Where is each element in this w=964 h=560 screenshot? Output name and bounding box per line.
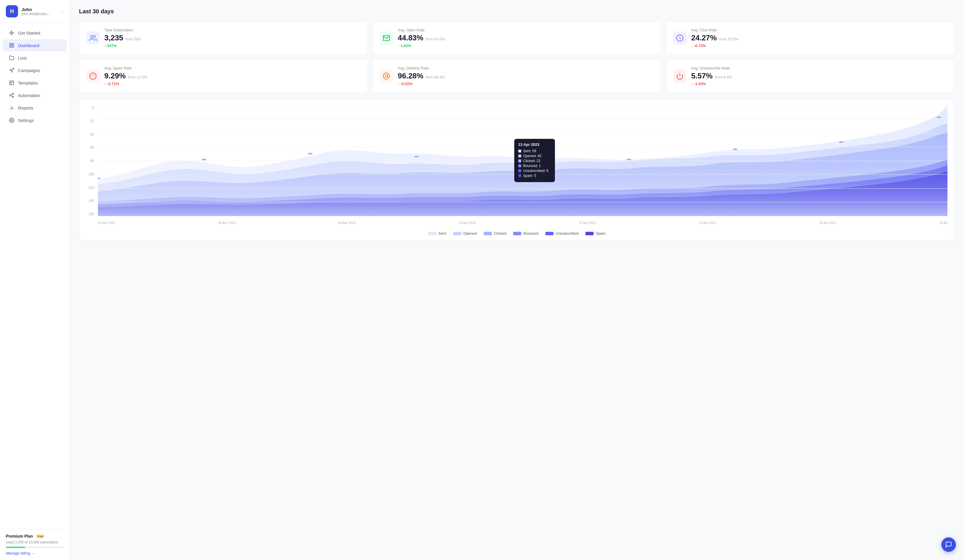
stat-change: ↓ -0.73% — [691, 44, 739, 48]
user-email: john.doe@exam... — [21, 12, 57, 16]
stat-content-avg-open-rate: Avg. Open Rate 44.83% from 43.0% ↑ 1.83% — [398, 28, 445, 48]
sidebar-item-automation[interactable]: Automation — [3, 89, 67, 101]
sidebar-label-dashboard: Dashboard — [18, 43, 39, 48]
template-icon — [9, 80, 15, 86]
sidebar-item-get-started[interactable]: Get Started — [3, 27, 67, 39]
stat-card-avg-open-rate: Avg. Open Rate 44.83% from 43.0% ↑ 1.83% — [373, 21, 661, 55]
x-label: 25 Apr 2023 — [819, 221, 836, 225]
stat-label: Total Subscribers — [104, 28, 140, 32]
main-content: Last 30 days Total Subscribers 3,235 fro… — [70, 0, 964, 560]
legend-dot-clicked — [484, 232, 492, 235]
arrow-down-icon: ↓ — [691, 81, 693, 86]
svg-point-34 — [733, 148, 738, 150]
stat-value: 96.28% from 96.8% — [398, 72, 445, 80]
sidebar-item-campaigns[interactable]: Campaigns — [3, 64, 67, 77]
gear-icon — [9, 117, 15, 123]
x-label: 05 Apr 2023 — [218, 221, 235, 225]
svg-point-11 — [11, 120, 13, 121]
svg-point-33 — [626, 159, 632, 160]
stat-value: 5.57% from 6.6% — [691, 72, 732, 80]
stat-card-avg-delivery-rate: Avg. Delivery Rate 96.28% from 96.8% ↓ -… — [373, 59, 661, 93]
svg-rect-1 — [12, 43, 14, 45]
chart-container: 160 140 120 100 80 60 40 20 0 — [79, 99, 955, 241]
legend-dot-sent — [428, 232, 436, 235]
stat-content-avg-click-rate: Avg. Click Rate 24.27% from 25.0% ↓ -0.7… — [691, 28, 739, 48]
y-label: 160 — [86, 212, 96, 216]
lightning-icon — [9, 30, 15, 36]
legend-label-bounced: Bounced — [523, 231, 538, 236]
arrow-down-icon: ↓ — [398, 81, 400, 86]
sidebar-item-settings[interactable]: Settings — [3, 114, 67, 126]
y-label: 140 — [86, 199, 96, 203]
sidebar-item-dashboard[interactable]: Dashboard — [3, 39, 67, 51]
user-profile[interactable]: H John john.doe@exam... ⌄ — [0, 0, 70, 23]
sidebar-item-reports[interactable]: Reports — [3, 102, 67, 114]
svg-rect-4 — [10, 81, 14, 85]
arrow-down-icon: ↓ — [104, 81, 106, 86]
stat-value: 9.29% from 12.0% — [104, 72, 147, 80]
x-label: 09 Apr 2023 — [338, 221, 355, 225]
sidebar-footer: Premium Plan trial Used 3,355 of 10,000 … — [0, 529, 70, 560]
folder-icon — [9, 55, 15, 61]
stat-change: ↑ 547% — [104, 44, 140, 48]
stat-value: 44.83% from 43.0% — [398, 33, 445, 42]
cursor-icon — [673, 31, 687, 45]
legend-label-spam: Spam — [596, 231, 606, 236]
stat-label: Avg. Unsubscribe Rate — [691, 66, 732, 70]
svg-point-17 — [385, 75, 388, 77]
megaphone-icon — [9, 67, 15, 73]
sidebar-label-settings: Settings — [18, 118, 34, 123]
legend-dot-opened — [453, 232, 461, 235]
trial-badge: trial — [35, 534, 45, 539]
svg-point-12 — [91, 35, 93, 38]
chevron-down-icon: ⌄ — [60, 9, 64, 14]
progress-fill — [6, 547, 25, 548]
warning-icon — [86, 69, 100, 83]
svg-rect-3 — [12, 46, 14, 47]
svg-point-7 — [12, 96, 14, 98]
svg-point-31 — [414, 156, 419, 158]
users-icon — [86, 31, 100, 45]
legend-item-opened: Opened — [453, 231, 477, 236]
chart-area: 160 140 120 100 80 60 40 20 0 — [86, 106, 948, 228]
stat-content-avg-spam-rate: Avg. Spam Rate 9.29% from 12.0% ↓ -2.71% — [104, 66, 147, 86]
y-label: 60 — [86, 145, 96, 150]
svg-point-5 — [12, 93, 14, 95]
stat-label: Avg. Open Rate — [398, 28, 445, 32]
y-label: 100 — [86, 172, 96, 176]
legend-item-spam: Spam — [585, 231, 606, 236]
legend-label-unsubscribed: Unsubscribed — [555, 231, 579, 236]
chart-legend: Sent Opened Clicked Bounced Unsubscribed… — [86, 231, 948, 236]
y-label: 40 — [86, 132, 96, 137]
user-name: John — [21, 7, 57, 12]
manage-billing-link[interactable]: Manage billing → — [6, 551, 64, 555]
stat-value: 3,235 from 500 — [104, 33, 140, 42]
svg-point-35 — [839, 141, 844, 143]
legend-label-opened: Opened — [463, 231, 477, 236]
chart-svg-area: 13 Apr 2023 Sent: 59 Opened: 45 Clicked:… — [98, 106, 948, 216]
legend-label-sent: Sent — [438, 231, 446, 236]
legend-item-bounced: Bounced — [513, 231, 538, 236]
power-icon — [673, 69, 687, 83]
bar-chart-icon — [9, 105, 15, 111]
sidebar-item-lists[interactable]: Lists — [3, 52, 67, 64]
sidebar-label-templates: Templates — [18, 80, 38, 85]
legend-dot-unsubscribed — [546, 232, 554, 235]
stat-content-avg-unsubscribe-rate: Avg. Unsubscribe Rate 5.57% from 6.6% ↓ … — [691, 66, 732, 86]
sidebar: H John john.doe@exam... ⌄ Get Started Da… — [0, 0, 70, 560]
stat-card-avg-spam-rate: Avg. Spam Rate 9.29% from 12.0% ↓ -2.71% — [79, 59, 368, 93]
svg-point-30 — [308, 153, 313, 155]
stat-change: ↓ -1.03% — [691, 81, 732, 86]
stat-card-avg-click-rate: Avg. Click Rate 24.27% from 25.0% ↓ -0.7… — [666, 21, 955, 55]
page-title: Last 30 days — [79, 8, 955, 15]
x-label: 21 Apr 2023 — [699, 221, 716, 225]
legend-label-clicked: Clicked — [494, 231, 506, 236]
sidebar-label-automation: Automation — [18, 93, 40, 98]
chat-button[interactable] — [941, 537, 956, 552]
sidebar-label-lists: Lists — [18, 55, 27, 60]
legend-item-sent: Sent — [428, 231, 446, 236]
sidebar-item-templates[interactable]: Templates — [3, 77, 67, 89]
plan-label: Premium Plan trial — [6, 534, 64, 539]
stat-change: ↓ -2.71% — [104, 81, 147, 86]
x-label: 17 Apr 2023 — [579, 221, 596, 225]
